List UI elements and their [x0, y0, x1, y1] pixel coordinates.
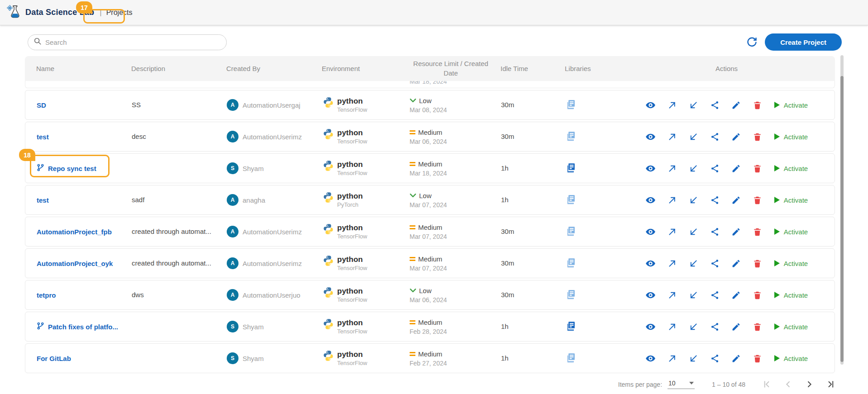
share-button[interactable] — [710, 322, 720, 332]
import-arrow-button[interactable] — [689, 354, 698, 363]
libraries-button[interactable] — [565, 320, 577, 333]
open-arrow-button[interactable] — [668, 100, 677, 110]
delete-button[interactable] — [753, 322, 762, 332]
edit-button[interactable] — [731, 195, 741, 205]
column-header-environment[interactable]: Environment — [315, 65, 405, 72]
view-button[interactable] — [645, 100, 656, 110]
open-arrow-button[interactable] — [668, 132, 677, 142]
search-box[interactable] — [28, 34, 227, 50]
project-name-link[interactable]: SD — [37, 101, 46, 109]
project-name-link[interactable]: AutomationProject_fpb — [37, 228, 112, 236]
libraries-button[interactable] — [565, 162, 577, 175]
column-header-description[interactable]: Description — [124, 65, 219, 72]
view-button[interactable] — [645, 353, 656, 364]
first-page-button[interactable] — [763, 380, 771, 389]
open-arrow-button[interactable] — [668, 164, 677, 173]
share-button[interactable] — [710, 195, 720, 205]
activate-button[interactable]: Activate — [774, 323, 808, 331]
project-name-link[interactable]: For GitLab — [37, 355, 71, 362]
vertical-scrollbar-thumb[interactable] — [840, 76, 844, 362]
open-arrow-button[interactable] — [668, 322, 677, 332]
edit-button[interactable] — [731, 100, 741, 110]
activate-button[interactable]: Activate — [774, 101, 808, 109]
project-name-link[interactable]: Repo sync test — [48, 165, 96, 172]
project-name-link[interactable]: test — [37, 133, 49, 141]
activate-button[interactable]: Activate — [774, 228, 808, 236]
column-header-libraries[interactable]: Libraries — [559, 65, 618, 72]
share-button[interactable] — [710, 354, 720, 363]
open-arrow-button[interactable] — [668, 290, 677, 300]
prev-page-button[interactable] — [784, 380, 792, 389]
libraries-button[interactable] — [565, 225, 577, 238]
delete-button[interactable] — [753, 132, 762, 142]
project-name-link[interactable]: test — [37, 196, 49, 204]
delete-button[interactable] — [753, 259, 762, 268]
edit-button[interactable] — [731, 164, 741, 173]
share-button[interactable] — [710, 100, 720, 110]
edit-button[interactable] — [731, 259, 741, 268]
open-arrow-button[interactable] — [668, 354, 677, 363]
activate-button[interactable]: Activate — [774, 291, 808, 299]
open-arrow-button[interactable] — [668, 227, 677, 237]
import-arrow-button[interactable] — [689, 195, 698, 205]
delete-button[interactable] — [753, 227, 762, 237]
search-input[interactable] — [45, 38, 221, 46]
vertical-scrollbar-track[interactable] — [840, 55, 844, 365]
last-page-button[interactable] — [826, 380, 835, 389]
view-button[interactable] — [645, 258, 656, 269]
delete-button[interactable] — [753, 195, 762, 205]
libraries-button[interactable] — [565, 257, 577, 270]
share-button[interactable] — [710, 164, 720, 173]
import-arrow-button[interactable] — [689, 100, 698, 110]
column-header-resource-limit[interactable]: Resource Limit / Created Date — [405, 59, 496, 78]
edit-button[interactable] — [731, 354, 741, 363]
view-button[interactable] — [645, 163, 656, 174]
delete-button[interactable] — [753, 164, 762, 173]
view-button[interactable] — [645, 227, 656, 237]
create-project-button[interactable]: Create Project — [765, 33, 842, 51]
delete-button[interactable] — [753, 290, 762, 300]
breadcrumb-projects[interactable]: Projects — [106, 9, 133, 17]
view-button[interactable] — [645, 132, 656, 142]
open-arrow-button[interactable] — [668, 195, 677, 205]
activate-button[interactable]: Activate — [774, 355, 808, 362]
open-arrow-button[interactable] — [668, 259, 677, 268]
column-header-idle-time[interactable]: Idle Time — [496, 65, 559, 72]
edit-button[interactable] — [731, 132, 741, 142]
edit-button[interactable] — [731, 322, 741, 332]
share-button[interactable] — [710, 132, 720, 142]
project-name-link[interactable]: Patch fixes of platfo... — [48, 323, 118, 331]
activate-button[interactable]: Activate — [774, 165, 808, 172]
import-arrow-button[interactable] — [689, 259, 698, 268]
next-page-button[interactable] — [805, 380, 814, 389]
column-header-created-by[interactable]: Created By — [219, 65, 315, 72]
delete-button[interactable] — [753, 100, 762, 110]
import-arrow-button[interactable] — [689, 322, 698, 332]
activate-button[interactable]: Activate — [774, 133, 808, 141]
view-button[interactable] — [645, 195, 656, 205]
column-header-name[interactable]: Name — [25, 65, 124, 72]
view-button[interactable] — [645, 290, 656, 300]
libraries-button[interactable] — [565, 289, 577, 301]
share-button[interactable] — [710, 259, 720, 268]
project-name-link[interactable]: tetpro — [37, 291, 56, 299]
project-name-link[interactable]: AutomationProject_oyk — [37, 260, 113, 267]
edit-button[interactable] — [731, 290, 741, 300]
import-arrow-button[interactable] — [689, 132, 698, 142]
refresh-button[interactable] — [746, 37, 758, 48]
share-button[interactable] — [710, 290, 720, 300]
import-arrow-button[interactable] — [689, 227, 698, 237]
activate-button[interactable]: Activate — [774, 196, 808, 204]
items-per-page-select[interactable]: 10 — [668, 380, 695, 389]
view-button[interactable] — [645, 322, 656, 332]
libraries-button[interactable] — [565, 194, 577, 206]
delete-button[interactable] — [753, 354, 762, 363]
import-arrow-button[interactable] — [689, 164, 698, 173]
libraries-button[interactable] — [565, 352, 577, 365]
import-arrow-button[interactable] — [689, 290, 698, 300]
libraries-button[interactable] — [565, 99, 577, 111]
libraries-button[interactable] — [565, 130, 577, 143]
share-button[interactable] — [710, 227, 720, 237]
activate-button[interactable]: Activate — [774, 260, 808, 267]
edit-button[interactable] — [731, 227, 741, 237]
